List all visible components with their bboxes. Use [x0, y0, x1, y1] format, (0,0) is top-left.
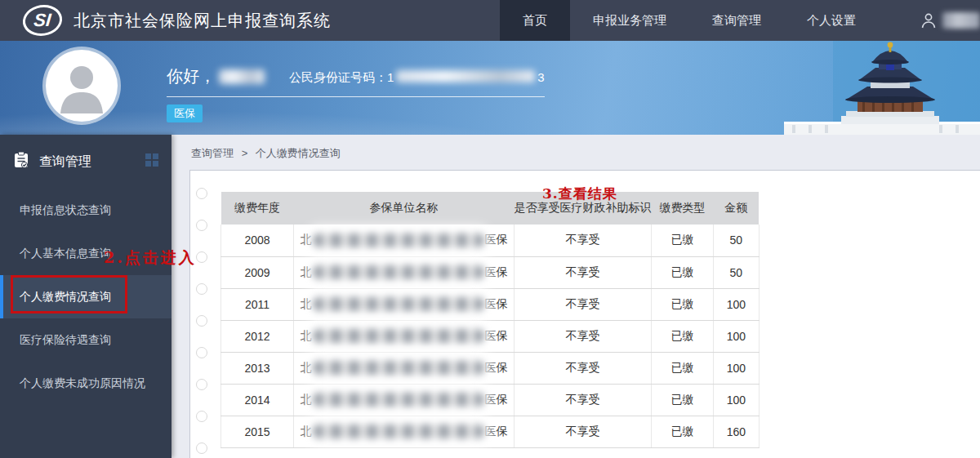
clipboard-check-icon [13, 151, 29, 172]
table-row[interactable]: 2014北医保不享受已缴100 [221, 384, 760, 416]
cell-company: 北医保 [293, 256, 514, 288]
main-menu: 首页 申报业务管理 查询管理 个人设置 [500, 0, 879, 41]
company-visible-suffix: 医保 [485, 297, 508, 310]
company-visible-prefix: 北 [301, 361, 312, 374]
row-radio-button[interactable] [196, 315, 207, 327]
cell-subsidy-flag: 不享受 [514, 416, 652, 447]
cell-amount: 100 [713, 352, 759, 384]
cell-payment-type: 已缴 [652, 416, 714, 447]
user-name-blurred [219, 69, 265, 84]
breadcrumb-separator: > [242, 147, 248, 159]
row-radio-button[interactable] [196, 347, 207, 358]
row-radio-button[interactable] [196, 411, 207, 422]
cell-year: 2008 [221, 225, 294, 256]
row-radio-button[interactable] [196, 220, 207, 231]
company-visible-suffix: 医保 [485, 329, 508, 342]
logo-text: SI [33, 10, 52, 31]
table-row[interactable]: 2008北医保不享受已缴50 [221, 225, 760, 256]
row-radio-button[interactable] [196, 283, 207, 295]
table-row[interactable]: 2012北医保不享受已缴100 [221, 320, 760, 352]
nav-item-settings[interactable]: 个人设置 [784, 0, 879, 41]
nav-item-home[interactable]: 首页 [500, 0, 570, 41]
table-row[interactable]: 2015北医保不享受已缴160 [221, 416, 760, 447]
company-visible-suffix: 医保 [485, 425, 508, 438]
cell-payment-type: 已缴 [652, 384, 714, 416]
cell-payment-type: 已缴 [652, 256, 714, 288]
breadcrumb-current: 个人缴费情况查询 [256, 147, 341, 159]
cell-subsidy-flag: 不享受 [514, 384, 652, 416]
table-row[interactable]: 2011北医保不享受已缴100 [221, 288, 760, 320]
cell-year: 2011 [221, 288, 294, 320]
id-number-label: 公民身份证号码： [289, 70, 387, 86]
row-radio-button[interactable] [196, 442, 207, 454]
company-name-blurred [313, 361, 484, 375]
user-menu[interactable] [920, 0, 980, 41]
table-row[interactable]: 2009北医保不享受已缴50 [221, 256, 760, 288]
cell-company: 北医保 [293, 320, 514, 352]
main-content: 查询管理 > 个人缴费情况查询 缴费年度参保单位名称是否享受医疗财政补助标识缴费… [172, 135, 980, 458]
company-visible-suffix: 医保 [485, 361, 508, 374]
cell-payment-type: 已缴 [652, 288, 714, 320]
si-logo-icon: SI [21, 5, 64, 36]
temple-of-heaven-image [735, 41, 980, 135]
table-header-row: 缴费年度参保单位名称是否享受医疗财政补助标识缴费类型金额 [221, 192, 760, 225]
sidebar-item-payment-failure[interactable]: 个人缴费未成功原因情况 [0, 362, 172, 405]
user-banner: 你好， 公民身份证号码：1 3 医保 [0, 41, 980, 135]
sidebar-item-declaration-status[interactable]: 申报信息状态查询 [0, 189, 172, 232]
cell-year: 2015 [221, 416, 294, 447]
nav-item-query[interactable]: 查询管理 [689, 0, 784, 41]
cell-payment-type: 已缴 [652, 320, 714, 352]
cell-amount: 160 [713, 416, 759, 447]
row-radio-button[interactable] [196, 379, 207, 390]
cell-company: 北医保 [293, 352, 514, 384]
insurance-type-badge: 医保 [167, 104, 203, 122]
company-visible-suffix: 医保 [485, 265, 508, 278]
company-visible-prefix: 北 [301, 425, 312, 438]
sidebar-title: 查询管理 [39, 153, 91, 171]
cell-subsidy-flag: 不享受 [514, 320, 652, 352]
column-header: 缴费类型 [652, 192, 714, 225]
cell-payment-type: 已缴 [652, 225, 714, 256]
row-radio-button[interactable] [196, 251, 207, 263]
company-name-blurred [313, 297, 484, 311]
sidebar-item-basic-info[interactable]: 个人基本信息查询 [0, 232, 172, 275]
sidebar-item-payment-status[interactable]: 个人缴费情况查询 [0, 275, 172, 318]
company-visible-prefix: 北 [301, 329, 312, 342]
user-info: 你好， 公民身份证号码：1 3 医保 [167, 65, 545, 122]
company-visible-prefix: 北 [301, 393, 312, 406]
sidebar: 查询管理 申报信息状态查询 个人基本信息查询 个人缴费情况查询 医疗保险待遇查询… [0, 135, 172, 458]
cell-company: 北医保 [293, 384, 514, 416]
cell-amount: 50 [713, 256, 759, 288]
top-navbar: SI 北京市社会保险网上申报查询系统 首页 申报业务管理 查询管理 个人设置 [0, 0, 980, 41]
company-visible-suffix: 医保 [485, 233, 508, 246]
company-visible-prefix: 北 [301, 265, 312, 278]
column-header: 参保单位名称 [293, 192, 514, 225]
sidebar-item-medical-benefit[interactable]: 医疗保险待遇查询 [0, 318, 172, 362]
cell-amount: 100 [713, 320, 759, 352]
company-name-blurred [313, 233, 484, 247]
company-name-blurred [313, 265, 484, 279]
cell-subsidy-flag: 不享受 [514, 256, 652, 288]
cell-company: 北医保 [293, 416, 514, 447]
row-radio-button[interactable] [196, 188, 207, 199]
table-row[interactable]: 2013北医保不享受已缴100 [221, 352, 760, 384]
grid-icon[interactable] [145, 153, 158, 170]
id-visible-start: 1 [387, 70, 394, 84]
greeting-text: 你好， [167, 65, 216, 87]
user-identity-line: 你好， 公民身份证号码：1 3 [167, 65, 545, 97]
cell-amount: 100 [713, 288, 759, 320]
nav-item-declaration[interactable]: 申报业务管理 [570, 0, 689, 41]
company-name-blurred [313, 329, 484, 343]
results-panel: 缴费年度参保单位名称是否享受医疗财政补助标识缴费类型金额 2008北医保不享受已… [189, 170, 980, 458]
column-header: 缴费年度 [221, 192, 294, 225]
company-name-blurred [313, 425, 484, 438]
cell-year: 2012 [221, 320, 294, 352]
column-header: 是否享受医疗财政补助标识 [514, 192, 652, 225]
cell-payment-type: 已缴 [652, 352, 714, 384]
breadcrumb-parent[interactable]: 查询管理 [191, 147, 234, 159]
cell-amount: 50 [713, 225, 759, 256]
cell-company: 北医保 [293, 288, 514, 320]
cell-amount: 100 [713, 384, 759, 416]
column-header: 金额 [713, 192, 759, 225]
cell-year: 2014 [221, 384, 294, 416]
